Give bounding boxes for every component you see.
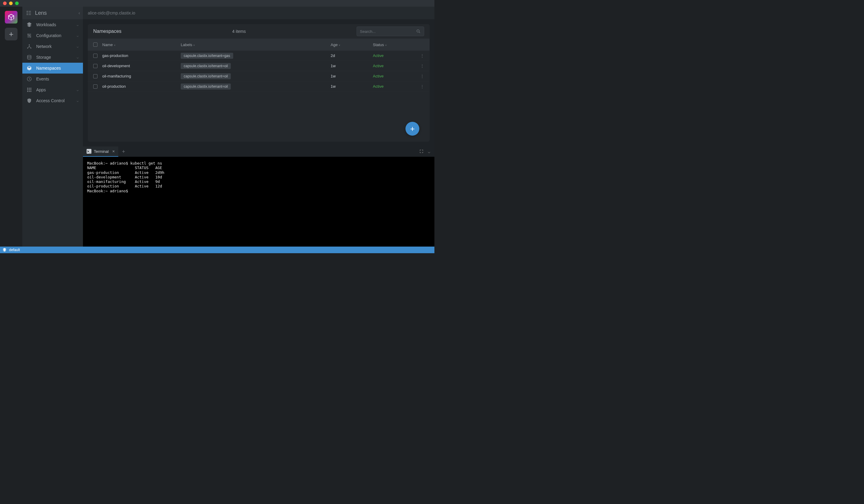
cluster-avatar[interactable] [5,11,17,24]
row-menu-button[interactable]: ⋮ [415,64,424,68]
table-header: Name▾ Labels▾ Age▾ Status▾ [88,39,430,51]
sidebar-item-events[interactable]: Events [22,74,83,84]
chevron-down-icon: ⌵ [76,99,79,103]
table-row[interactable]: gas-productioncapsule.clastix.io/tenant=… [88,51,430,61]
namespace-name: gas-production [102,53,181,58]
row-checkbox[interactable] [93,64,97,68]
namespace-status: Active [373,64,415,68]
sidebar-header: Lens ‹ [22,7,83,19]
row-menu-button[interactable]: ⋮ [415,53,424,58]
namespace-name: oil-development [102,64,181,68]
namespace-labels: capsule.clastix.io/tenant=oil [181,63,331,69]
chevron-down-icon: ⌵ [76,56,79,59]
window-maximize-button[interactable] [15,1,19,5]
label-chip[interactable]: capsule.clastix.io/tenant=oil [181,63,231,69]
terminal-panel: >_ Terminal × + ⌵ [83,147,434,247]
item-count: 4 items [121,29,357,34]
statusbar: default [0,247,434,253]
row-checkbox[interactable] [93,74,97,78]
row-menu-button[interactable]: ⋮ [415,74,424,78]
apps-icon [26,87,32,93]
svg-point-6 [27,55,31,57]
sidebar-item-apps[interactable]: Apps ⌵ [22,84,83,95]
svg-rect-12 [29,89,30,90]
sidebar-item-label: Storage [36,55,72,60]
plus-icon: + [410,124,415,134]
more-vertical-icon: ⋮ [420,74,424,78]
sidebar-item-label: Namespaces [36,66,79,71]
sidebar-item-label: Network [36,44,72,49]
row-checkbox[interactable] [93,54,97,58]
svg-point-1 [29,35,30,36]
main-content: alice-oidc@cmp.clastix.io Namespaces 4 i… [83,7,434,247]
search-box[interactable] [357,26,424,36]
table-row[interactable]: oil-productioncapsule.clastix.io/tenant=… [88,82,430,91]
sidebar-item-storage[interactable]: Storage ⌵ [22,52,83,63]
namespace-status: Active [373,53,415,58]
content-area: Namespaces 4 items Name▾ [83,19,434,147]
add-cluster-button[interactable]: + [5,28,17,40]
cube-icon [7,13,15,21]
sidebar-item-network[interactable]: Network ⌵ [22,41,83,52]
terminal-output[interactable]: MacBook:~ adriano$ kubectl get ns NAME S… [83,157,434,247]
sidebar-item-namespaces[interactable]: Namespaces [22,63,83,74]
fullscreen-button[interactable] [419,149,423,154]
namespaces-icon [26,65,32,71]
chevron-down-icon: ⌵ [76,23,79,27]
svg-point-3 [29,44,30,45]
window-titlebar [0,0,434,7]
cluster-rail: + [0,7,22,247]
svg-rect-11 [27,89,28,90]
sort-indicator-icon: ▾ [385,44,387,47]
sidebar: Lens ‹ Workloads ⌵ Configuration ⌵ Netwo… [22,7,83,247]
svg-rect-10 [31,88,32,89]
sidebar-item-configuration[interactable]: Configuration ⌵ [22,30,83,41]
namespace-name: oil-manifacturing [102,74,181,78]
select-all-checkbox[interactable] [93,42,97,47]
svg-point-0 [27,34,28,35]
search-input[interactable] [360,29,416,34]
terminal-menu-button[interactable]: ⌵ [428,149,430,154]
close-tab-button[interactable]: × [112,149,115,154]
column-header-status[interactable]: Status▾ [373,42,415,47]
namespace-age: 1w [331,64,373,68]
layers-icon [2,248,7,252]
terminal-tab[interactable]: >_ Terminal × [83,147,118,157]
label-chip[interactable]: capsule.clastix.io/tenant=oil [181,73,231,79]
page-title: Namespaces [93,29,121,34]
svg-point-4 [27,48,28,49]
svg-rect-16 [31,91,32,92]
column-header-labels[interactable]: Labels▾ [181,42,331,47]
namespace-age: 1w [331,74,373,78]
svg-point-2 [30,36,31,37]
sidebar-item-access-control[interactable]: Access Control ⌵ [22,95,83,106]
sidebar-collapse-button[interactable]: ‹ [79,11,80,15]
more-vertical-icon: ⋮ [420,84,424,89]
row-checkbox[interactable] [93,84,97,89]
table-row[interactable]: oil-manifacturingcapsule.clastix.io/tena… [88,71,430,82]
terminal-tabs: >_ Terminal × + ⌵ [83,147,434,157]
window-minimize-button[interactable] [9,1,13,5]
chevron-down-icon: ⌵ [76,34,79,38]
window-close-button[interactable] [3,1,7,5]
column-header-age[interactable]: Age▾ [331,42,373,47]
namespace-status: Active [373,74,415,78]
breadcrumb-bar: alice-oidc@cmp.clastix.io [83,7,434,19]
sidebar-item-workloads[interactable]: Workloads ⌵ [22,19,83,30]
create-namespace-button[interactable]: + [406,122,419,136]
svg-point-17 [417,30,419,32]
default-namespace-label[interactable]: default [9,248,20,252]
chevron-down-icon: ⌵ [76,88,79,92]
events-icon [26,76,32,82]
panel-header: Namespaces 4 items [88,24,430,39]
table-row[interactable]: oil-developmentcapsule.clastix.io/tenant… [88,61,430,71]
lens-logo-icon [25,10,32,16]
add-terminal-tab-button[interactable]: + [118,149,129,155]
label-chip[interactable]: capsule.clastix.io/tenant=gas [181,53,233,59]
label-chip[interactable]: capsule.clastix.io/tenant=oil [181,84,231,89]
fullscreen-icon [419,149,423,153]
sort-indicator-icon: ▾ [114,44,116,47]
row-menu-button[interactable]: ⋮ [415,84,424,89]
column-header-name[interactable]: Name▾ [102,42,181,47]
terminal-tab-label: Terminal [94,149,109,154]
